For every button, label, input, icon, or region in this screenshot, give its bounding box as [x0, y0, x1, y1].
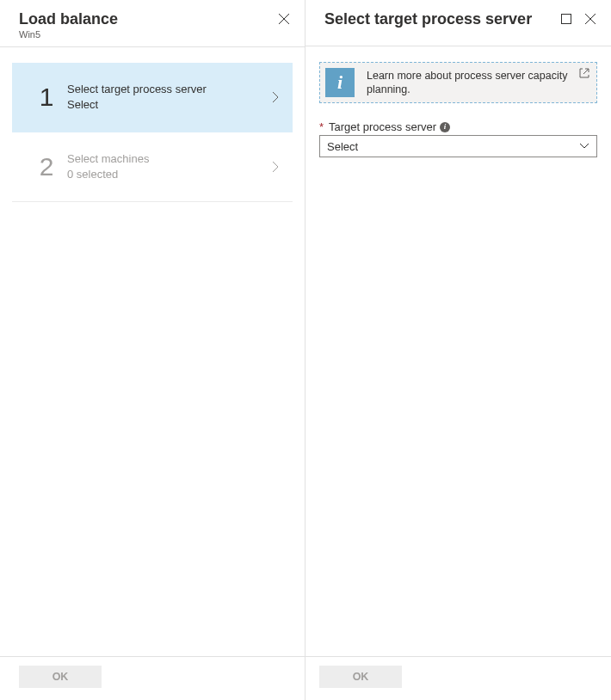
info-text: Learn more about process server capacity…	[367, 69, 589, 96]
step-select-machines[interactable]: 2 Select machines 0 selected	[12, 132, 293, 202]
right-panel-body: i Learn more about process server capaci…	[306, 46, 611, 656]
left-panel-title: Load balance	[19, 9, 118, 29]
info-icon: i	[325, 68, 355, 97]
info-tooltip-icon[interactable]: i	[440, 122, 450, 132]
left-panel-subtitle: Win5	[19, 29, 118, 40]
right-panel-footer: OK	[306, 656, 611, 700]
chevron-right-icon	[272, 161, 279, 173]
step-subtitle: 0 selected	[67, 167, 272, 182]
step-subtitle: Select	[67, 97, 272, 113]
close-icon[interactable]	[583, 12, 597, 26]
required-asterisk: *	[319, 120, 324, 133]
step-title: Select machines	[67, 151, 272, 167]
close-icon[interactable]	[277, 12, 291, 26]
step-number: 1	[31, 83, 62, 112]
svg-rect-0	[562, 15, 571, 24]
external-link-icon[interactable]	[579, 68, 589, 78]
load-balance-panel: Load balance Win5 1 Select target proces…	[0, 0, 306, 700]
left-panel-body: 1 Select target process server Select 2 …	[0, 47, 305, 656]
target-process-server-label: * Target process server i	[319, 120, 597, 133]
ok-button[interactable]: OK	[19, 666, 102, 688]
right-panel-header: Select target process server	[306, 0, 611, 46]
field-label-text: Target process server	[329, 120, 436, 133]
chevron-right-icon	[272, 91, 279, 103]
maximize-icon[interactable]	[559, 12, 573, 26]
select-target-process-server-panel: Select target process server i Learn mor…	[306, 0, 611, 700]
left-panel-footer: OK	[0, 656, 305, 700]
chevron-down-icon	[579, 143, 589, 150]
step-select-target-process-server[interactable]: 1 Select target process server Select	[12, 63, 293, 132]
right-panel-title: Select target process server	[324, 9, 532, 29]
select-value: Select	[327, 140, 579, 153]
target-process-server-select[interactable]: Select	[319, 135, 597, 157]
ok-button[interactable]: OK	[319, 666, 402, 688]
step-number: 2	[31, 152, 62, 181]
left-panel-header: Load balance Win5	[0, 0, 305, 47]
info-banner[interactable]: i Learn more about process server capaci…	[319, 62, 597, 103]
step-title: Select target process server	[67, 82, 272, 97]
